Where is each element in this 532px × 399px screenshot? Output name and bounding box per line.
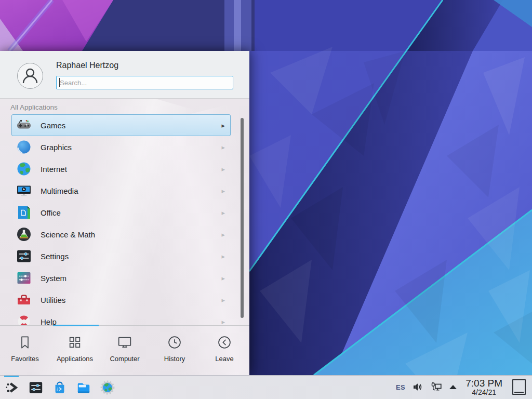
- clock-time: 7:03 PM: [466, 378, 502, 389]
- applications-icon: [66, 334, 83, 351]
- taskbar-discover-button[interactable]: [52, 380, 68, 395]
- favorites-icon: [17, 334, 33, 351]
- user-avatar[interactable]: [17, 63, 43, 89]
- expand-tray-arrow[interactable]: [449, 385, 457, 389]
- clock-date: 4/24/21: [466, 389, 502, 396]
- taskbar-application-launcher-button[interactable]: [4, 380, 20, 395]
- speaker-icon: [412, 381, 423, 393]
- network-button[interactable]: [430, 381, 443, 393]
- tab-favorites[interactable]: Favorites: [0, 326, 50, 375]
- category-office[interactable]: Office ▸: [11, 202, 231, 223]
- internet-icon: [16, 161, 32, 177]
- submenu-arrow-icon: ▸: [221, 187, 225, 195]
- search-input[interactable]: [56, 76, 233, 89]
- show-desktop-button[interactable]: [512, 379, 526, 395]
- section-label: All Applications: [10, 103, 58, 111]
- volume-button[interactable]: [412, 381, 423, 393]
- tab-history[interactable]: History: [150, 326, 200, 375]
- utilities-icon: [16, 291, 32, 308]
- submenu-arrow-icon: ▸: [221, 165, 225, 173]
- submenu-arrow-icon: ▸: [221, 122, 225, 129]
- launcher-header: Raphael Hertzog: [0, 51, 249, 99]
- system-settings-icon: [28, 380, 44, 395]
- active-tab-indicator: [53, 325, 99, 326]
- category-label: Multimedia: [41, 187, 221, 195]
- category-label: Utilities: [41, 296, 221, 304]
- science-icon: [16, 226, 32, 243]
- tab-computer[interactable]: Computer: [100, 326, 150, 375]
- category-label: Office: [41, 208, 221, 217]
- help-icon: [16, 313, 32, 325]
- list-scrollbar[interactable]: [241, 118, 244, 318]
- games-icon: [16, 117, 32, 134]
- taskbar-system-settings-button[interactable]: [28, 380, 44, 395]
- text-caret: [59, 78, 60, 87]
- settings-icon: [16, 248, 32, 264]
- leave-icon: [216, 334, 233, 351]
- launcher-tabbar: Favorites Applications: [0, 325, 249, 375]
- category-utilities[interactable]: Utilities ▸: [11, 289, 231, 311]
- category-internet[interactable]: Internet ▸: [11, 158, 231, 180]
- category-settings[interactable]: Settings ▸: [11, 245, 231, 267]
- wired-network-icon: [430, 381, 443, 393]
- category-system[interactable]: System ▸: [11, 267, 231, 289]
- category-label: Internet: [41, 165, 221, 174]
- submenu-arrow-icon: ▸: [221, 252, 225, 260]
- category-science-math[interactable]: Science & Math ▸: [11, 223, 231, 245]
- tab-label: Applications: [57, 355, 93, 363]
- system-tray: ES 7:03 PM: [396, 378, 528, 396]
- web-browser-icon: [100, 380, 115, 395]
- submenu-arrow-icon: ▸: [221, 143, 225, 151]
- category-label: Help: [41, 317, 221, 326]
- category-label: Science & Math: [41, 230, 221, 239]
- user-icon: [18, 63, 43, 88]
- discover-icon: [52, 380, 68, 395]
- graphics-icon: [16, 139, 32, 155]
- history-icon: [166, 334, 183, 351]
- category-help[interactable]: Help ▸: [11, 311, 231, 325]
- category-label: Graphics: [41, 143, 221, 152]
- taskbar-panel: ES 7:03 PM: [0, 375, 532, 399]
- keyboard-layout-indicator[interactable]: ES: [396, 383, 405, 391]
- tab-label: Computer: [110, 355, 139, 363]
- submenu-arrow-icon: ▸: [221, 318, 225, 326]
- multimedia-icon: [16, 182, 32, 199]
- user-name: Raphael Hertzog: [56, 61, 118, 70]
- taskbar-web-browser-button[interactable]: [100, 380, 115, 395]
- tab-label: Favorites: [11, 355, 38, 363]
- application-launcher-popup: Raphael Hertzog All Applications: [0, 51, 249, 375]
- system-icon: [16, 270, 32, 286]
- submenu-arrow-icon: ▸: [221, 231, 225, 238]
- computer-icon: [116, 334, 133, 351]
- category-games[interactable]: Games ▸: [11, 114, 231, 136]
- submenu-arrow-icon: ▸: [221, 296, 225, 304]
- category-label: Games: [41, 121, 221, 130]
- tab-applications[interactable]: Applications: [50, 326, 100, 375]
- file-manager-icon: [76, 380, 91, 395]
- category-label: Settings: [41, 252, 221, 261]
- category-graphics[interactable]: Graphics ▸: [11, 136, 231, 158]
- office-icon: [16, 204, 32, 221]
- submenu-arrow-icon: ▸: [221, 209, 225, 217]
- desktop: Raphael Hertzog All Applications: [0, 0, 532, 399]
- category-list: Games ▸ Graphics ▸: [0, 114, 249, 325]
- tab-label: History: [164, 355, 185, 363]
- kde-launcher-icon: [4, 380, 20, 395]
- category-label: System: [41, 274, 221, 283]
- category-multimedia[interactable]: Multimedia ▸: [11, 180, 231, 202]
- digital-clock[interactable]: 7:03 PM 4/24/21: [463, 378, 504, 396]
- taskbar-dolphin-button[interactable]: [76, 380, 91, 395]
- submenu-arrow-icon: ▸: [221, 274, 225, 282]
- tab-label: Leave: [215, 355, 233, 363]
- tab-leave[interactable]: Leave: [200, 326, 249, 375]
